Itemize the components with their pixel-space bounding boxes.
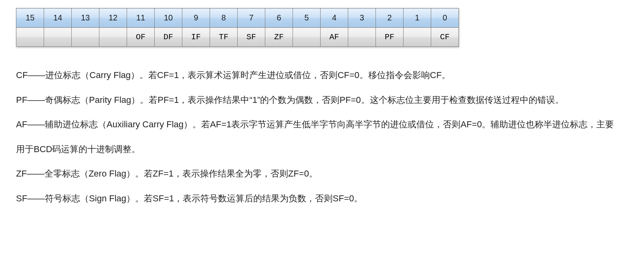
- flag-register-table: 15 14 13 12 11 10 9 8 7 6 5 4 3 2 1 0 OF…: [16, 8, 459, 47]
- flag-cell: CF: [431, 28, 459, 47]
- pf-description: PF——奇偶标志（Parity Flag）。若PF=1，表示操作结果中“1”的个…: [16, 88, 617, 112]
- flag-cell: PF: [376, 28, 404, 47]
- flag-cell: [16, 28, 44, 47]
- flag-cell: OF: [127, 28, 155, 47]
- bit-cell: 6: [265, 8, 293, 28]
- flag-cell: [44, 28, 72, 47]
- af-description: AF——辅助进位标志（Auxiliary Carry Flag）。若AF=1表示…: [16, 112, 617, 161]
- flag-cell: TF: [210, 28, 238, 47]
- bit-cell: 5: [293, 8, 321, 28]
- flag-name-row: OF DF IF TF SF ZF AF PF CF: [16, 28, 459, 47]
- flag-cell: DF: [155, 28, 182, 47]
- flag-cell: [72, 28, 99, 47]
- bit-number-row: 15 14 13 12 11 10 9 8 7 6 5 4 3 2 1 0: [16, 8, 459, 28]
- bit-cell: 3: [348, 8, 376, 28]
- flag-cell: [293, 28, 321, 47]
- bit-cell: 4: [321, 8, 348, 28]
- flag-cell: [348, 28, 376, 47]
- flag-cell: AF: [321, 28, 348, 47]
- bit-cell: 14: [44, 8, 72, 28]
- bit-cell: 10: [155, 8, 182, 28]
- bit-cell: 12: [99, 8, 127, 28]
- bit-cell: 2: [376, 8, 404, 28]
- flag-cell: SF: [238, 28, 265, 47]
- bit-cell: 13: [72, 8, 99, 28]
- zf-description: ZF——全零标志（Zero Flag）。若ZF=1，表示操作结果全为零，否则ZF…: [16, 161, 617, 186]
- bit-cell: 9: [182, 8, 210, 28]
- bit-cell: 1: [404, 8, 431, 28]
- flag-cell: IF: [182, 28, 210, 47]
- sf-description: SF——符号标志（Sign Flag）。若SF=1，表示符号数运算后的结果为负数…: [16, 186, 617, 211]
- bit-cell: 0: [431, 8, 459, 28]
- flag-cell: [404, 28, 431, 47]
- bit-cell: 11: [127, 8, 155, 28]
- bit-cell: 15: [16, 8, 44, 28]
- flag-descriptions: CF——进位标志（Carry Flag）。若CF=1，表示算术运算时产生进位或借…: [16, 63, 617, 211]
- flag-cell: [99, 28, 127, 47]
- bit-cell: 8: [210, 8, 238, 28]
- bit-cell: 7: [238, 8, 265, 28]
- cf-description: CF——进位标志（Carry Flag）。若CF=1，表示算术运算时产生进位或借…: [16, 63, 617, 88]
- flag-cell: ZF: [265, 28, 293, 47]
